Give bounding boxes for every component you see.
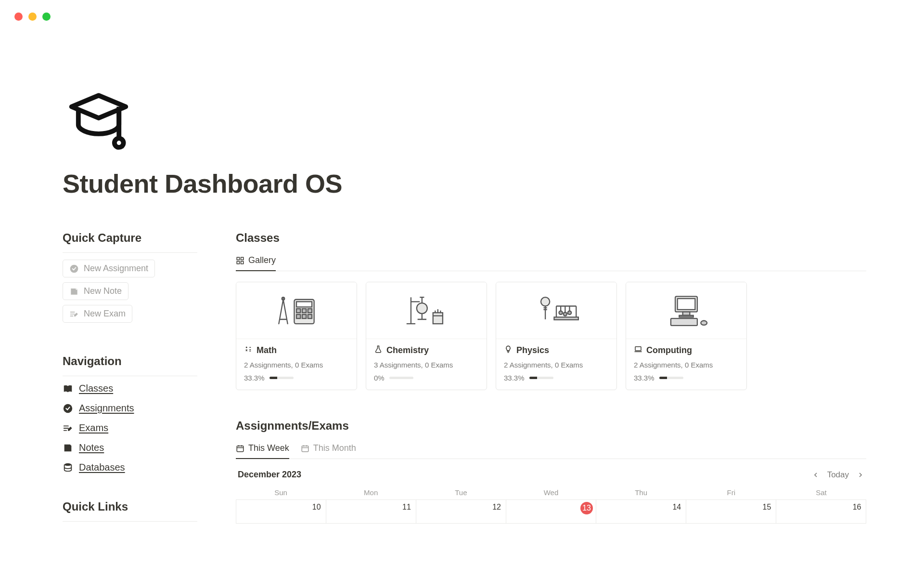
nav-exams[interactable]: Exams [63, 422, 197, 434]
nav-notes[interactable]: Notes [63, 442, 197, 453]
calendar-day-number: 15 [763, 503, 771, 512]
pencil-lines-icon [69, 309, 79, 319]
calendar-day-number: 11 [402, 503, 411, 512]
calendar-day-number: 14 [672, 503, 681, 512]
card-illustration [366, 282, 487, 339]
svg-rect-16 [308, 315, 312, 318]
card-meta: 2 Assignments, 0 Exams [634, 361, 739, 369]
chevron-left-icon [812, 471, 820, 479]
svg-rect-27 [679, 315, 693, 317]
note-icon [69, 287, 79, 296]
calendar-day-number: 12 [492, 503, 501, 512]
card-meta: 3 Assignments, 0 Exams [374, 361, 479, 369]
card-meta: 2 Assignments, 0 Exams [504, 361, 609, 369]
new-note-button[interactable]: New Note [63, 282, 128, 300]
card-illustration [236, 282, 357, 339]
card-illustration [496, 282, 616, 339]
progress-bar [389, 377, 413, 379]
svg-point-3 [64, 463, 72, 466]
page-title: Student Dashboard OS [63, 169, 866, 198]
calendar-prev-button[interactable] [812, 471, 820, 479]
nav-assignments[interactable]: Assignments [63, 403, 197, 414]
progress-bar [270, 377, 294, 379]
calendar-day-number: 16 [853, 503, 861, 512]
card-title-text: Chemistry [386, 345, 429, 355]
tab-this-week[interactable]: This Week [236, 443, 289, 459]
svg-rect-5 [241, 257, 244, 260]
calendar-day-cell[interactable]: 16 [776, 499, 866, 524]
svg-rect-32 [302, 446, 308, 451]
progress-bar [659, 377, 683, 379]
database-icon [63, 462, 73, 473]
svg-rect-30 [635, 347, 641, 351]
flask-icon [374, 345, 383, 356]
note-icon [63, 443, 73, 453]
quick-capture-heading: Quick Capture [63, 231, 197, 245]
calendar-day-cell[interactable]: 13 [506, 499, 596, 524]
classes-heading: Classes [236, 231, 866, 245]
svg-point-19 [541, 297, 550, 306]
nav-databases[interactable]: Databases [63, 462, 197, 473]
assignments-exams-heading: Assignments/Exams [236, 419, 866, 433]
nav-classes[interactable]: Classes [63, 383, 197, 394]
class-card-chemistry[interactable]: Chemistry3 Assignments, 0 Exams0% [366, 282, 487, 390]
calendar-dow: Mon [326, 486, 416, 499]
math-icon [244, 345, 253, 356]
calendar-icon [301, 444, 309, 453]
navigation-heading: Navigation [63, 355, 197, 368]
laptop-icon [634, 345, 642, 356]
svg-rect-7 [241, 261, 244, 263]
window-minimize-icon[interactable] [28, 13, 37, 21]
svg-rect-31 [237, 446, 244, 451]
divider [63, 252, 197, 253]
calendar-icon [236, 444, 244, 453]
classes-view-tabs: Gallery [236, 255, 866, 271]
window-traffic-lights [14, 13, 51, 21]
class-card-math[interactable]: Math2 Assignments, 0 Exams33.3% [236, 282, 357, 390]
svg-rect-13 [308, 309, 312, 313]
calendar-day-number: 13 [580, 502, 593, 514]
new-assignment-button[interactable]: New Assignment [63, 260, 155, 277]
calendar-day-cell[interactable]: 12 [416, 499, 506, 524]
svg-point-21 [559, 311, 562, 314]
svg-rect-4 [237, 257, 239, 260]
calendar-dow: Sun [236, 486, 326, 499]
svg-rect-25 [678, 299, 695, 310]
svg-rect-10 [296, 302, 312, 307]
divider [63, 521, 197, 522]
calendar-next-button[interactable] [857, 471, 864, 479]
calendar-dow: Wed [506, 486, 596, 499]
window-close-icon[interactable] [14, 13, 23, 21]
card-percent: 0% [374, 374, 385, 382]
chevron-right-icon [857, 471, 864, 479]
calendar-day-cell[interactable]: 10 [236, 499, 326, 524]
svg-rect-12 [302, 309, 306, 313]
new-exam-button[interactable]: New Exam [63, 305, 132, 323]
view-tab-gallery[interactable]: Gallery [236, 255, 276, 271]
calendar-dow: Tue [416, 486, 506, 499]
class-card-physics[interactable]: Physics2 Assignments, 0 Exams33.3% [496, 282, 617, 390]
card-title-text: Computing [646, 345, 692, 355]
svg-rect-14 [296, 315, 300, 318]
calendar-day-cell[interactable]: 11 [326, 499, 416, 524]
book-open-icon [63, 383, 73, 394]
calendar-today-button[interactable]: Today [827, 470, 849, 480]
gallery-icon [236, 256, 244, 265]
svg-point-2 [64, 404, 72, 412]
tab-this-month[interactable]: This Month [301, 443, 356, 459]
calendar-day-cell[interactable]: 14 [596, 499, 686, 524]
svg-point-22 [564, 312, 567, 315]
svg-point-29 [701, 321, 707, 325]
card-percent: 33.3% [504, 374, 525, 382]
card-title-text: Math [257, 345, 277, 355]
calendar-dow: Sat [776, 486, 866, 499]
class-card-computing[interactable]: Computing2 Assignments, 0 Exams33.3% [626, 282, 747, 390]
window-zoom-icon[interactable] [42, 13, 51, 21]
card-illustration [626, 282, 746, 339]
svg-rect-11 [296, 309, 300, 313]
card-percent: 33.3% [634, 374, 654, 382]
svg-rect-15 [302, 315, 306, 318]
svg-rect-28 [671, 318, 697, 326]
calendar-day-cell[interactable]: 15 [686, 499, 776, 524]
svg-rect-18 [433, 313, 443, 324]
